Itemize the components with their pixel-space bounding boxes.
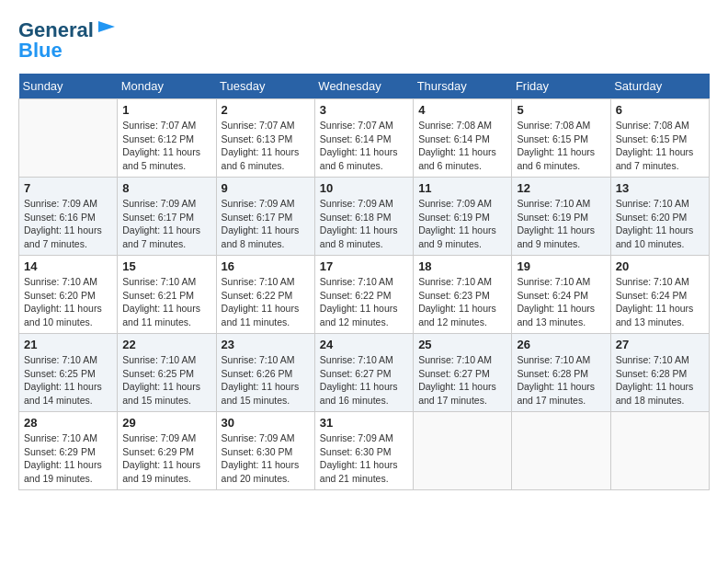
day-number: 21 [24, 338, 112, 351]
weekday-header-monday: Monday [118, 74, 216, 99]
day-info: Sunrise: 7:10 AMSunset: 6:27 PMDaylight:… [418, 353, 506, 408]
calendar-cell: 19Sunrise: 7:10 AMSunset: 6:24 PMDayligh… [512, 256, 610, 334]
calendar-cell: 1Sunrise: 7:07 AMSunset: 6:12 PMDaylight… [118, 99, 216, 178]
day-number: 13 [616, 181, 704, 195]
calendar-cell [512, 412, 610, 490]
day-info: Sunrise: 7:10 AMSunset: 6:28 PMDaylight:… [616, 353, 704, 408]
day-info: Sunrise: 7:10 AMSunset: 6:28 PMDaylight:… [517, 353, 605, 408]
calendar-cell [414, 412, 512, 490]
calendar-cell: 14Sunrise: 7:10 AMSunset: 6:20 PMDayligh… [19, 256, 118, 334]
day-number: 22 [122, 338, 210, 351]
calendar-cell: 13Sunrise: 7:10 AMSunset: 6:20 PMDayligh… [610, 178, 709, 256]
calendar-cell: 27Sunrise: 7:10 AMSunset: 6:28 PMDayligh… [610, 334, 709, 412]
day-info: Sunrise: 7:09 AMSunset: 6:29 PMDaylight:… [122, 431, 210, 486]
day-number: 18 [418, 259, 506, 273]
week-row-1: 1Sunrise: 7:07 AMSunset: 6:12 PMDaylight… [19, 99, 710, 178]
week-row-4: 21Sunrise: 7:10 AMSunset: 6:25 PMDayligh… [19, 334, 710, 412]
day-number: 14 [24, 259, 112, 273]
day-number: 31 [320, 416, 408, 430]
day-info: Sunrise: 7:09 AMSunset: 6:17 PMDaylight:… [222, 197, 310, 251]
day-number: 25 [418, 338, 506, 351]
day-number: 28 [24, 416, 112, 430]
calendar-table: SundayMondayTuesdayWednesdayThursdayFrid… [18, 74, 710, 490]
header: General Blue [18, 18, 710, 63]
day-info: Sunrise: 7:10 AMSunset: 6:25 PMDaylight:… [24, 353, 112, 408]
day-info: Sunrise: 7:10 AMSunset: 6:22 PMDaylight:… [222, 275, 310, 329]
calendar-cell [19, 99, 118, 178]
calendar-cell: 16Sunrise: 7:10 AMSunset: 6:22 PMDayligh… [216, 256, 314, 334]
day-number: 19 [517, 259, 605, 273]
calendar-cell: 29Sunrise: 7:09 AMSunset: 6:29 PMDayligh… [118, 412, 216, 490]
week-row-5: 28Sunrise: 7:10 AMSunset: 6:29 PMDayligh… [19, 412, 710, 490]
calendar-cell: 3Sunrise: 7:07 AMSunset: 6:14 PMDaylight… [314, 99, 413, 178]
calendar-cell: 17Sunrise: 7:10 AMSunset: 6:22 PMDayligh… [314, 256, 413, 334]
weekday-header-wednesday: Wednesday [314, 74, 413, 99]
logo-flag-icon [97, 19, 117, 36]
day-number: 16 [222, 259, 310, 273]
logo: General Blue [18, 18, 117, 63]
day-number: 17 [320, 259, 408, 273]
day-info: Sunrise: 7:10 AMSunset: 6:26 PMDaylight:… [222, 353, 310, 408]
day-info: Sunrise: 7:09 AMSunset: 6:16 PMDaylight:… [24, 197, 112, 251]
day-number: 24 [320, 338, 408, 351]
weekday-header-thursday: Thursday [414, 74, 512, 99]
calendar-cell: 24Sunrise: 7:10 AMSunset: 6:27 PMDayligh… [314, 334, 413, 412]
day-info: Sunrise: 7:07 AMSunset: 6:14 PMDaylight:… [320, 119, 408, 173]
day-number: 2 [222, 103, 310, 117]
day-info: Sunrise: 7:10 AMSunset: 6:21 PMDaylight:… [122, 275, 210, 329]
day-info: Sunrise: 7:08 AMSunset: 6:14 PMDaylight:… [418, 119, 506, 173]
day-info: Sunrise: 7:08 AMSunset: 6:15 PMDaylight:… [517, 119, 605, 173]
day-number: 9 [222, 181, 310, 195]
day-info: Sunrise: 7:10 AMSunset: 6:25 PMDaylight:… [122, 353, 210, 408]
calendar-cell: 28Sunrise: 7:10 AMSunset: 6:29 PMDayligh… [19, 412, 118, 490]
day-info: Sunrise: 7:10 AMSunset: 6:29 PMDaylight:… [24, 431, 112, 486]
weekday-header-friday: Friday [512, 74, 610, 99]
day-info: Sunrise: 7:09 AMSunset: 6:17 PMDaylight:… [122, 197, 210, 251]
calendar-cell: 6Sunrise: 7:08 AMSunset: 6:15 PMDaylight… [610, 99, 709, 178]
weekday-header-tuesday: Tuesday [216, 74, 314, 99]
day-info: Sunrise: 7:10 AMSunset: 6:24 PMDaylight:… [517, 275, 605, 329]
calendar-cell [610, 412, 709, 490]
day-info: Sunrise: 7:10 AMSunset: 6:27 PMDaylight:… [320, 353, 408, 408]
calendar-cell: 2Sunrise: 7:07 AMSunset: 6:13 PMDaylight… [216, 99, 314, 178]
page: General Blue SundayMondayTuesdayWednesda… [0, 0, 728, 563]
day-number: 6 [616, 103, 704, 117]
day-info: Sunrise: 7:10 AMSunset: 6:23 PMDaylight:… [418, 275, 506, 329]
calendar-cell: 7Sunrise: 7:09 AMSunset: 6:16 PMDaylight… [19, 178, 118, 256]
day-info: Sunrise: 7:10 AMSunset: 6:24 PMDaylight:… [616, 275, 704, 329]
day-number: 1 [122, 103, 210, 117]
day-number: 10 [320, 181, 408, 195]
calendar-cell: 21Sunrise: 7:10 AMSunset: 6:25 PMDayligh… [19, 334, 118, 412]
day-info: Sunrise: 7:09 AMSunset: 6:30 PMDaylight:… [320, 431, 408, 486]
day-number: 7 [24, 181, 112, 195]
day-number: 3 [320, 103, 408, 117]
day-info: Sunrise: 7:10 AMSunset: 6:22 PMDaylight:… [320, 275, 408, 329]
day-number: 5 [517, 103, 605, 117]
day-info: Sunrise: 7:09 AMSunset: 6:19 PMDaylight:… [418, 197, 506, 251]
day-info: Sunrise: 7:08 AMSunset: 6:15 PMDaylight:… [616, 119, 704, 173]
week-row-3: 14Sunrise: 7:10 AMSunset: 6:20 PMDayligh… [19, 256, 710, 334]
calendar-cell: 11Sunrise: 7:09 AMSunset: 6:19 PMDayligh… [414, 178, 512, 256]
calendar-cell: 31Sunrise: 7:09 AMSunset: 6:30 PMDayligh… [314, 412, 413, 490]
calendar-cell: 5Sunrise: 7:08 AMSunset: 6:15 PMDaylight… [512, 99, 610, 178]
calendar-cell: 26Sunrise: 7:10 AMSunset: 6:28 PMDayligh… [512, 334, 610, 412]
calendar-cell: 30Sunrise: 7:09 AMSunset: 6:30 PMDayligh… [216, 412, 314, 490]
day-info: Sunrise: 7:10 AMSunset: 6:19 PMDaylight:… [517, 197, 605, 251]
calendar-cell: 18Sunrise: 7:10 AMSunset: 6:23 PMDayligh… [414, 256, 512, 334]
day-info: Sunrise: 7:09 AMSunset: 6:18 PMDaylight:… [320, 197, 408, 251]
logo-text: General Blue [18, 18, 117, 63]
day-number: 15 [122, 259, 210, 273]
day-number: 11 [418, 181, 506, 195]
calendar-cell: 22Sunrise: 7:10 AMSunset: 6:25 PMDayligh… [118, 334, 216, 412]
day-number: 4 [418, 103, 506, 117]
calendar-cell: 8Sunrise: 7:09 AMSunset: 6:17 PMDaylight… [118, 178, 216, 256]
svg-marker-0 [98, 21, 115, 32]
weekday-header-saturday: Saturday [610, 74, 709, 99]
calendar-cell: 23Sunrise: 7:10 AMSunset: 6:26 PMDayligh… [216, 334, 314, 412]
calendar-cell: 20Sunrise: 7:10 AMSunset: 6:24 PMDayligh… [610, 256, 709, 334]
weekday-header-row: SundayMondayTuesdayWednesdayThursdayFrid… [19, 74, 710, 99]
calendar-cell: 25Sunrise: 7:10 AMSunset: 6:27 PMDayligh… [414, 334, 512, 412]
day-info: Sunrise: 7:09 AMSunset: 6:30 PMDaylight:… [222, 431, 310, 486]
day-info: Sunrise: 7:10 AMSunset: 6:20 PMDaylight:… [24, 275, 112, 329]
day-number: 27 [616, 338, 704, 351]
